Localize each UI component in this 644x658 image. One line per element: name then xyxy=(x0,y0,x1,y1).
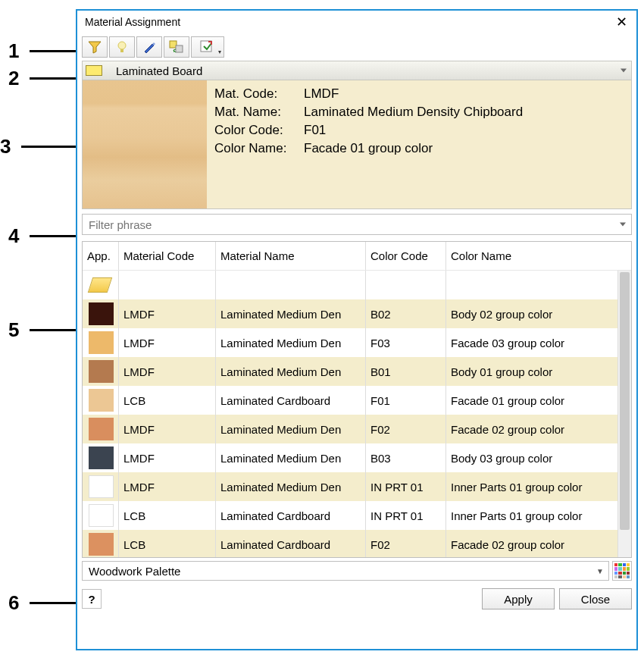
row-swatch xyxy=(89,360,114,383)
row-swatch xyxy=(89,446,114,469)
table-row[interactable]: LMDFLaminated Medium DenB02Body 02 group… xyxy=(83,299,617,328)
row-mat-name: Laminated Medium Den xyxy=(216,472,366,501)
row-color-name: Body 01 group color xyxy=(446,357,610,386)
category-dropdown[interactable]: Laminated Board xyxy=(82,61,632,80)
help-icon: ? xyxy=(88,593,95,606)
row-color-code: B02 xyxy=(366,299,446,328)
table-row[interactable]: LCBLaminated CardboardIN PRT 01Inner Par… xyxy=(83,501,617,530)
vertical-scrollbar[interactable] xyxy=(617,271,631,557)
col-material-name[interactable]: Material Name xyxy=(216,242,366,270)
row-mat-code: LCB xyxy=(119,386,216,415)
pen-icon[interactable] xyxy=(136,36,162,58)
row-color-name: Body 02 group color xyxy=(446,299,610,328)
palette-grid-button[interactable] xyxy=(612,561,632,581)
row-mat-code: LCB xyxy=(119,501,216,530)
row-mat-name: Laminated Medium Den xyxy=(216,415,366,443)
callout-5: 5 xyxy=(8,318,19,342)
titlebar: Material Assignment ✕ xyxy=(77,11,636,33)
row-mat-name: Laminated Medium Den xyxy=(216,357,366,386)
svg-rect-1 xyxy=(120,49,123,52)
bulb-icon[interactable] xyxy=(109,36,135,58)
row-swatch xyxy=(89,418,114,440)
replace-material-icon[interactable] xyxy=(164,36,189,58)
row-swatch xyxy=(89,302,114,325)
apply-button[interactable]: Apply xyxy=(482,588,555,609)
window-title: Material Assignment xyxy=(85,16,611,28)
row-mat-name: Laminated Cardboard xyxy=(216,501,366,530)
table-row[interactable]: LMDFLaminated Medium DenB03Body 03 group… xyxy=(83,443,617,472)
row-swatch xyxy=(89,331,114,354)
row-color-name: Facade 02 group color xyxy=(446,530,610,557)
preview-swatch xyxy=(83,80,207,208)
col-app[interactable]: App. xyxy=(83,242,119,270)
row-color-code: F02 xyxy=(366,530,446,557)
table-row[interactable]: LCBLaminated CardboardF01Facade 01 group… xyxy=(83,386,617,415)
row-color-name: Body 03 group color xyxy=(446,443,610,472)
row-mat-code: LMDF xyxy=(119,328,216,357)
row-mat-code: LMDF xyxy=(119,415,216,443)
row-mat-name: Laminated Cardboard xyxy=(216,386,366,415)
row-mat-code: LCB xyxy=(119,530,216,557)
row-mat-code: LMDF xyxy=(119,357,216,386)
row-color-code: F01 xyxy=(366,386,446,415)
row-color-code: B03 xyxy=(366,443,446,472)
folder-icon xyxy=(86,65,102,76)
filter-icon[interactable] xyxy=(82,36,108,58)
table-row[interactable]: LMDFLaminated Medium DenF03Facade 03 gro… xyxy=(83,328,617,357)
table-header: App. Material Code Material Name Color C… xyxy=(83,242,631,271)
toolbar xyxy=(77,33,636,61)
materials-table: App. Material Code Material Name Color C… xyxy=(82,241,632,558)
callout-1: 1 xyxy=(8,39,19,63)
svg-rect-3 xyxy=(176,45,183,52)
filter-input[interactable] xyxy=(82,214,632,235)
row-mat-code: LMDF xyxy=(119,472,216,501)
help-button[interactable]: ? xyxy=(82,589,102,609)
row-color-name: Facade 01 group color xyxy=(446,386,610,415)
row-swatch xyxy=(89,475,114,498)
close-button[interactable]: Close xyxy=(559,588,632,609)
table-row[interactable]: LMDFLaminated Medium DenIN PRT 01Inner P… xyxy=(83,472,617,501)
svg-point-0 xyxy=(118,42,126,49)
table-row[interactable]: LCBLaminated CardboardF02Facade 02 group… xyxy=(83,530,617,557)
filter-row xyxy=(82,214,632,235)
row-swatch xyxy=(89,533,114,556)
callout-6: 6 xyxy=(8,591,19,615)
row-mat-name: Laminated Medium Den xyxy=(216,299,366,328)
eraser-icon xyxy=(88,277,112,293)
callout-4: 4 xyxy=(8,224,19,248)
dialog-material-assignment: Material Assignment ✕ Laminated Board xyxy=(76,9,638,650)
close-icon[interactable]: ✕ xyxy=(611,15,632,29)
row-color-code: IN PRT 01 xyxy=(366,501,446,530)
row-color-name: Facade 02 group color xyxy=(446,415,610,443)
row-mat-code: LMDF xyxy=(119,299,216,328)
callout-3: 3 xyxy=(0,135,11,158)
row-color-code: IN PRT 01 xyxy=(366,472,446,501)
row-color-name: Facade 03 group color xyxy=(446,328,610,357)
row-color-code: B01 xyxy=(366,357,446,386)
row-color-name: Inner Parts 01 group color xyxy=(446,501,610,530)
table-row-clear[interactable] xyxy=(83,271,617,299)
col-material-code[interactable]: Material Code xyxy=(119,242,216,270)
row-swatch xyxy=(89,504,114,527)
row-mat-code: LMDF xyxy=(119,443,216,472)
row-color-code: F02 xyxy=(366,415,446,443)
row-color-code: F03 xyxy=(366,328,446,357)
callout-2: 2 xyxy=(8,67,19,90)
category-label: Laminated Board xyxy=(116,64,202,77)
row-color-name: Inner Parts 01 group color xyxy=(446,472,610,501)
col-color-code[interactable]: Color Code xyxy=(366,242,446,270)
row-mat-name: Laminated Cardboard xyxy=(216,530,366,557)
row-mat-name: Laminated Medium Den xyxy=(216,443,366,472)
col-color-name[interactable]: Color Name xyxy=(446,242,610,270)
palette-dropdown[interactable]: Woodwork Palette xyxy=(82,561,609,581)
preview-info: Mat. Code:LMDF Mat. Name:Laminated Mediu… xyxy=(207,80,530,208)
row-mat-name: Laminated Medium Den xyxy=(216,328,366,357)
table-row[interactable]: LMDFLaminated Medium DenB01Body 01 group… xyxy=(83,357,617,386)
table-row[interactable]: LMDFLaminated Medium DenF02Facade 02 gro… xyxy=(83,415,617,443)
insert-material-dropdown[interactable] xyxy=(191,36,224,58)
row-swatch xyxy=(89,389,114,412)
preview-panel: Mat. Code:LMDF Mat. Name:Laminated Mediu… xyxy=(82,80,632,209)
